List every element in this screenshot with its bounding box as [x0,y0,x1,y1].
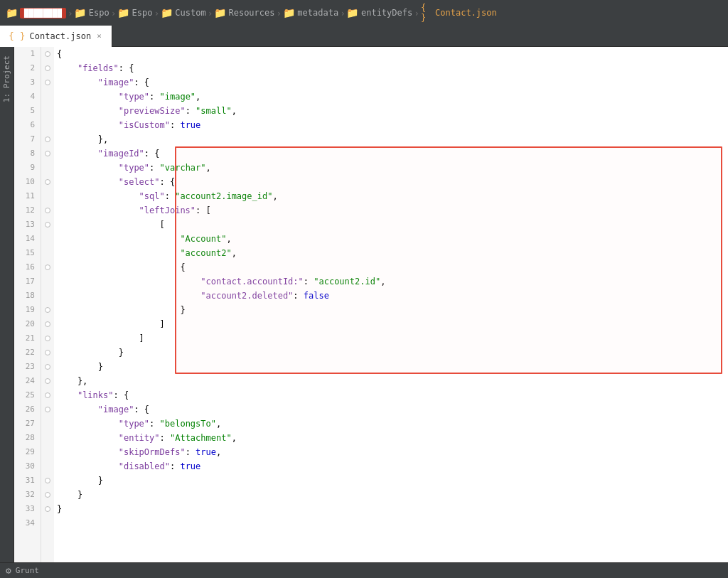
code-line[interactable]: }, [57,132,728,146]
code-line[interactable]: "links": { [57,388,728,402]
fold-indicator[interactable] [41,473,54,488]
code-line[interactable]: } [57,303,728,317]
breadcrumb-sep-3: › [208,8,213,18]
code-line[interactable]: ] [57,331,728,346]
breadcrumb-sep-6: › [414,8,419,18]
code-line[interactable]: "Account", [57,232,728,246]
breadcrumb-item-2[interactable]: 📁 Espo [118,7,153,18]
breadcrumb-item-3[interactable]: 📁 Custom [161,7,205,18]
line-number: 18 [14,289,41,303]
fold-indicator [41,90,54,104]
code-line[interactable]: } [57,346,728,360]
line-numbers: 1234567891011121314151617181920212223242… [14,47,41,562]
line-number: 9 [14,161,41,175]
breadcrumb-item-4[interactable]: 📁 Resources [214,7,274,18]
breadcrumb-bar: 📁 ████████ › 📁 Espo › 📁 Espo › 📁 Custom … [0,0,728,26]
line-number: 19 [14,303,41,317]
code-line[interactable]: } [57,473,728,488]
line-number: 5 [14,104,41,118]
grunt-label[interactable]: Grunt [16,566,39,575]
code-line[interactable]: }, [57,374,728,388]
code-line[interactable] [57,516,728,530]
fold-indicator[interactable] [41,360,54,374]
code-line[interactable]: "image": { [57,402,728,417]
breadcrumb-item-7[interactable]: { } Contact.json [421,7,497,18]
fold-indicator[interactable] [41,132,54,146]
tab-close-button[interactable]: × [95,31,103,41]
folder-icon: 📁 [161,7,172,18]
line-number: 33 [14,502,41,516]
folder-icon: 📁 [347,7,358,18]
code-line[interactable]: "type": "varchar", [57,161,728,175]
fold-indicator[interactable] [41,388,54,402]
fold-indicator[interactable] [41,175,54,189]
code-line[interactable]: } [57,360,728,374]
tab-label: Contact.json [29,31,91,41]
tab-contact-json[interactable]: { } Contact.json × [0,26,112,47]
code-line[interactable]: { [57,260,728,274]
code-line[interactable]: "sql": "account2.image_id", [57,189,728,203]
fold-indicator[interactable] [41,374,54,388]
fold-indicator[interactable] [41,218,54,232]
fold-indicator[interactable] [41,331,54,346]
line-number: 29 [14,445,41,459]
fold-indicator[interactable] [41,203,54,218]
fold-indicator [41,445,54,459]
breadcrumb-item-0[interactable]: 📁 ████████ [6,7,66,18]
code-line[interactable]: "type": "belongsTo", [57,417,728,431]
fold-indicator[interactable] [41,488,54,502]
code-line[interactable]: ] [57,317,728,331]
fold-indicator[interactable] [41,75,54,90]
line-number: 17 [14,274,41,289]
fold-indicator[interactable] [41,47,54,61]
grunt-icon: ⚙ [6,565,11,576]
fold-indicator[interactable] [41,346,54,360]
code-line[interactable]: "contact.accountId:": "account2.id", [57,274,728,289]
fold-indicator [41,232,54,246]
line-number: 1 [14,47,41,61]
code-line[interactable]: "skipOrmDefs": true, [57,445,728,459]
fold-indicator [41,289,54,303]
breadcrumb-item-5[interactable]: 📁 metadata [283,7,338,18]
breadcrumb-sep-5: › [340,8,346,18]
breadcrumb-sep: › [68,8,73,18]
code-line[interactable]: } [57,488,728,502]
line-number: 2 [14,61,41,75]
project-panel-label[interactable]: 1: Project [2,50,11,108]
code-line[interactable]: { [57,47,728,61]
line-number: 11 [14,189,41,203]
line-number: 6 [14,118,41,132]
fold-indicator[interactable] [41,260,54,274]
breadcrumb-item-6[interactable]: 📁 entityDefs [347,7,412,18]
code-line[interactable]: "previewSize": "small", [57,104,728,118]
code-line[interactable]: "leftJoins": [ [57,203,728,218]
code-line[interactable]: "image": { [57,75,728,90]
breadcrumb-item-1[interactable]: 📁 Espo [75,7,109,18]
code-line[interactable]: "entity": "Attachment", [57,431,728,445]
code-line[interactable]: "fields": { [57,61,728,75]
code-line[interactable]: "disabled": true [57,459,728,473]
fold-indicator[interactable] [41,146,54,161]
line-number: 14 [14,232,41,246]
code-line[interactable]: [ [57,218,728,232]
fold-indicator[interactable] [41,402,54,417]
fold-indicator[interactable] [41,61,54,75]
fold-indicator[interactable] [41,317,54,331]
editor-area: 1234567891011121314151617181920212223242… [14,47,728,562]
line-number: 34 [14,516,41,530]
line-number: 27 [14,417,41,431]
code-content[interactable]: { "fields": { "image": { "type": "image"… [54,47,728,562]
code-line[interactable]: "account2", [57,246,728,260]
code-line[interactable]: "isCustom": true [57,118,728,132]
code-line[interactable]: } [57,502,728,516]
code-line[interactable]: "type": "image", [57,90,728,104]
code-wrapper: 1234567891011121314151617181920212223242… [14,47,728,562]
line-number: 22 [14,346,41,360]
fold-indicator [41,189,54,203]
fold-indicator[interactable] [41,303,54,317]
code-line[interactable]: "select": { [57,175,728,189]
code-line[interactable]: "account2.deleted": false [57,289,728,303]
fold-indicator [41,104,54,118]
code-line[interactable]: "imageId": { [57,146,728,161]
fold-indicator[interactable] [41,502,54,516]
